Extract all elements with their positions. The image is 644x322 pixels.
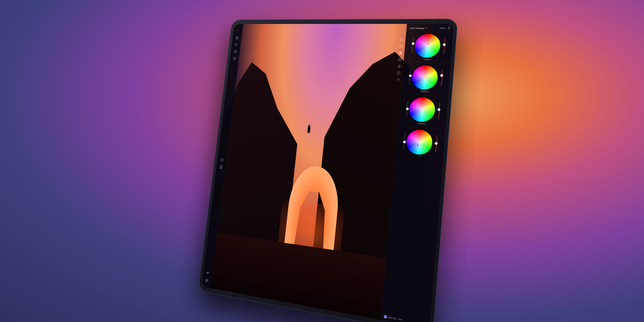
global-color-wheel[interactable] [414, 34, 441, 58]
panel-title: Color Grading [410, 27, 424, 29]
svg-line-9 [220, 166, 222, 168]
svg-rect-12 [400, 38, 403, 41]
person-silhouette [307, 126, 310, 133]
midtones-label: Midtones [418, 122, 426, 125]
wheel-sections: Global [381, 31, 453, 322]
midtones-color-wheel[interactable] [408, 97, 436, 122]
eye-icon[interactable]: 👁 [425, 27, 427, 29]
adjust-strip-icon[interactable] [398, 44, 404, 49]
favorite-toolbar-icon[interactable] [233, 42, 239, 48]
svg-rect-11 [207, 280, 208, 281]
tablet: ‹ [198, 19, 458, 322]
svg-rect-19 [398, 58, 401, 61]
highlights-wheel-dot [424, 76, 427, 79]
svg-point-20 [398, 65, 401, 68]
nav-dot-1 [333, 26, 334, 27]
bottom-info-bar: Hue • 253° 82% ⓘ [381, 313, 430, 322]
svg-point-29 [438, 108, 440, 111]
water [202, 232, 434, 322]
divider-1 [404, 62, 451, 64]
svg-point-28 [406, 108, 409, 110]
shadows-wheel-dot [416, 144, 419, 147]
filter-strip-icon[interactable] [398, 50, 404, 56]
svg-point-31 [435, 142, 438, 145]
shadows-wheel-section [396, 126, 446, 159]
frame-toolbar-icon[interactable] [218, 156, 225, 163]
nav-dot-2 [334, 26, 335, 27]
nav-dot-5 [338, 26, 339, 27]
right-icons-strip: ↺ [372, 24, 407, 320]
global-wheel-dot [427, 43, 429, 45]
panel-title-group: Color Grading 👁 [410, 27, 427, 29]
svg-point-30 [403, 141, 406, 144]
divider-3 [398, 126, 446, 129]
svg-point-26 [409, 74, 412, 77]
tablet-body: ‹ [198, 19, 458, 322]
svg-line-1 [237, 37, 237, 38]
svg-point-3 [235, 51, 235, 52]
midtones-wheel-wrapper [404, 96, 442, 124]
svg-rect-10 [206, 279, 207, 282]
svg-rect-14 [400, 45, 403, 48]
photo-background [202, 24, 454, 322]
shadows-color-wheel[interactable] [405, 129, 433, 156]
highlights-wheel-section: Highlights [401, 63, 451, 96]
global-wheel-wrapper [410, 33, 447, 59]
panel-toolbar-icon[interactable] [204, 277, 210, 284]
top-dots-nav [333, 26, 339, 27]
svg-point-2 [234, 50, 236, 53]
cliff-right [307, 51, 439, 322]
midtones-wheel-section: Midtones [398, 94, 448, 128]
highlights-label: Highlights [420, 90, 429, 92]
tablet-screen: ‹ [202, 24, 454, 322]
svg-point-24 [412, 42, 414, 45]
emoji-toolbar-icon[interactable] [232, 48, 238, 54]
divider-2 [401, 94, 448, 96]
midtones-wheel-dot [421, 108, 423, 111]
history-strip-icon[interactable]: ↺ [395, 77, 401, 82]
svg-point-16 [399, 52, 401, 53]
svg-point-21 [399, 66, 400, 67]
shadows-wheel-wrapper [402, 128, 439, 157]
svg-point-17 [400, 52, 402, 53]
svg-point-25 [443, 44, 446, 46]
reset-button[interactable]: Reset [440, 27, 446, 29]
back-arrow-icon[interactable]: ‹ [235, 27, 241, 33]
crop-toolbar-icon[interactable] [218, 164, 224, 170]
crop-strip-icon[interactable] [399, 37, 405, 42]
tone-strip-icon[interactable] [397, 57, 403, 62]
svg-point-22 [399, 66, 400, 66]
highlights-wheel-wrapper [407, 64, 444, 91]
panel-header: Color Grading 👁 Reset [406, 24, 454, 31]
delete-toolbar-icon[interactable] [231, 55, 238, 62]
global-wheel-section: Global [404, 32, 453, 63]
import-toolbar-icon[interactable] [234, 35, 240, 41]
nav-dot-3-active [336, 26, 336, 27]
frame-strip-icon[interactable] [396, 70, 402, 76]
hue-label: Hue • 253° 82% [388, 316, 402, 321]
share-icon[interactable] [448, 26, 451, 30]
undo-toolbar-icon[interactable]: ↶ [204, 270, 211, 277]
highlights-color-wheel[interactable] [411, 65, 438, 90]
svg-rect-23 [397, 72, 400, 74]
svg-rect-15 [400, 46, 402, 46]
panel-header-actions: Reset [440, 26, 451, 30]
svg-rect-7 [220, 159, 223, 161]
hue-color-dot [384, 315, 387, 318]
right-panel: Color Grading 👁 Reset [380, 24, 454, 322]
svg-point-18 [400, 53, 401, 54]
global-label: Global [424, 58, 430, 60]
radial-strip-icon[interactable] [396, 64, 402, 69]
svg-point-27 [440, 74, 443, 77]
nav-dot-4 [337, 26, 338, 27]
svg-point-4 [236, 51, 236, 52]
